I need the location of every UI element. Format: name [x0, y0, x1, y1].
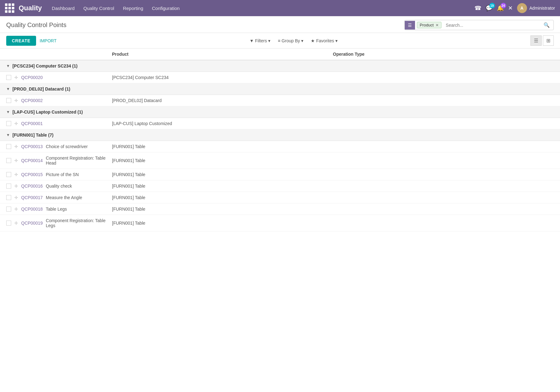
group-label-0: [PCSC234] Computer SC234 (1)	[12, 63, 77, 68]
group-row-0[interactable]: ▼ [PCSC234] Computer SC234 (1)	[0, 60, 560, 72]
search-tag-product: Product ✕	[417, 22, 441, 28]
row-checkbox[interactable]	[6, 144, 11, 149]
row-checkbox[interactable]	[6, 184, 11, 189]
drag-handle-icon[interactable]: ✛	[14, 195, 18, 200]
group-row-2[interactable]: ▼ [LAP-CUS] Laptop Customized (1)	[0, 106, 560, 118]
table-row[interactable]: ✛ QCP00016 Quality check [FURN001] Table	[0, 180, 560, 192]
group-arrow-1: ▼	[6, 87, 10, 91]
drag-handle-icon[interactable]: ✛	[14, 221, 18, 226]
row-checkbox[interactable]	[6, 98, 11, 103]
row-checkbox[interactable]	[6, 207, 11, 212]
row-checkbox[interactable]	[6, 75, 11, 80]
favorites-chevron-icon: ▾	[335, 38, 338, 43]
row-name: Picture of the SN	[46, 172, 79, 177]
create-button[interactable]: CREATE	[6, 36, 36, 46]
table-row[interactable]: ✛ QCP00001 [LAP-CUS] Laptop Customized	[0, 118, 560, 129]
user-avatar[interactable]: A Administrator	[517, 3, 555, 13]
row-id: QCP00014	[21, 158, 43, 163]
drag-handle-icon[interactable]: ✛	[14, 98, 18, 103]
row-id: QCP00015	[21, 172, 43, 177]
kanban-view-button[interactable]: ⊞	[543, 35, 554, 46]
search-filter-icon[interactable]: ☰	[405, 21, 415, 30]
nav-reporting[interactable]: Reporting	[123, 6, 143, 11]
phone-icon-button[interactable]: ☎	[474, 5, 481, 12]
table-container: Product Operation Type ▼ [PCSC234] Compu…	[0, 49, 560, 231]
table-row[interactable]: ✛ QCP00015 Picture of the SN [FURN001] T…	[0, 169, 560, 180]
group-arrow-3: ▼	[6, 133, 10, 137]
row-id: QCP00001	[21, 121, 43, 126]
drag-handle-icon[interactable]: ✛	[14, 207, 18, 212]
nav-links: Dashboard Quality Control Reporting Conf…	[52, 6, 474, 11]
row-product: [FURN001] Table	[112, 144, 333, 149]
filters-button[interactable]: ▼ Filters ▾	[246, 37, 273, 45]
table-row[interactable]: ✛ QCP00018 Table Legs [FURN001] Table	[0, 203, 560, 215]
row-name: Measure the Angle	[46, 195, 82, 200]
row-product: [FURN001] Table	[112, 221, 333, 226]
row-id: QCP00020	[21, 75, 43, 80]
row-checkbox[interactable]	[6, 172, 11, 177]
row-product: [FURN001] Table	[112, 207, 333, 212]
filters-chevron-icon: ▾	[268, 38, 270, 43]
row-id: QCP00013	[21, 144, 43, 149]
search-go-button[interactable]: 🔍	[540, 20, 553, 30]
row-name: Quality check	[46, 184, 72, 189]
row-checkbox[interactable]	[6, 195, 11, 200]
drag-handle-icon[interactable]: ✛	[14, 144, 18, 149]
row-id: QCP00019	[21, 221, 43, 226]
row-product: [LAP-CUS] Laptop Customized	[112, 121, 333, 126]
col-header-op-type: Operation Type	[333, 52, 554, 57]
nav-dashboard[interactable]: Dashboard	[52, 6, 75, 11]
chat1-badge: 19	[489, 3, 495, 8]
drag-handle-icon[interactable]: ✛	[14, 75, 18, 80]
row-checkbox[interactable]	[6, 221, 11, 226]
group3-rows: ✛ QCP00013 Choice of screwdriver [FURN00…	[0, 141, 560, 231]
favorites-button[interactable]: ★ Favorites ▾	[308, 37, 341, 45]
import-button[interactable]: IMPORT	[40, 38, 57, 43]
list-view-button[interactable]: ☰	[530, 35, 542, 46]
group-label-2: [LAP-CUS] Laptop Customized (1)	[12, 110, 83, 114]
table-row[interactable]: ✛ QCP00019 Component Registration: Table…	[0, 215, 560, 231]
table-row[interactable]: ✛ QCP00017 Measure the Angle [FURN001] T…	[0, 192, 560, 203]
drag-handle-icon[interactable]: ✛	[14, 184, 18, 189]
close-icon-button[interactable]: ✕	[508, 5, 513, 12]
row-id: QCP00016	[21, 184, 43, 189]
group-label-1: [PROD_DEL02] Datacard (1)	[12, 86, 70, 91]
table-row[interactable]: ✛ QCP00014 Component Registration: Table…	[0, 152, 560, 169]
col-header-id	[6, 52, 112, 57]
row-id: QCP00017	[21, 195, 43, 200]
row-product: [PCSC234] Computer SC234	[112, 75, 333, 80]
nav-configuration[interactable]: Configuration	[152, 6, 180, 11]
table-row[interactable]: ✛ QCP00013 Choice of screwdriver [FURN00…	[0, 141, 560, 152]
chat2-badge: 24	[501, 3, 506, 8]
chat2-icon-button[interactable]: 🔔 24	[497, 5, 504, 12]
groupby-chevron-icon: ▾	[301, 38, 303, 43]
table-row[interactable]: ✛ QCP00002 [PROD_DEL02] Datacard	[0, 95, 560, 106]
col-header-product: Product	[112, 52, 333, 57]
group-row-3[interactable]: ▼ [FURN001] Table (7)	[0, 129, 560, 141]
row-product: [FURN001] Table	[112, 172, 333, 177]
search-input[interactable]	[443, 21, 540, 30]
row-product: [FURN001] Table	[112, 158, 333, 163]
toolbar-left: CREATE IMPORT	[6, 36, 57, 46]
row-checkbox[interactable]	[6, 121, 11, 126]
drag-handle-icon[interactable]: ✛	[14, 121, 18, 126]
app-grid-icon[interactable]	[5, 3, 14, 13]
drag-handle-icon[interactable]: ✛	[14, 158, 18, 163]
nav-actions: ☎ 💬 19 🔔 24 ✕ A Administrator	[474, 3, 555, 13]
group-row-1[interactable]: ▼ [PROD_DEL02] Datacard (1)	[0, 83, 560, 95]
group-arrow-0: ▼	[6, 64, 10, 68]
avatar-image: A	[517, 3, 527, 13]
chat1-icon-button[interactable]: 💬 19	[486, 5, 492, 12]
drag-handle-icon[interactable]: ✛	[14, 172, 18, 177]
row-checkbox[interactable]	[6, 158, 11, 163]
top-navigation: Quality Dashboard Quality Control Report…	[0, 0, 560, 16]
table-row[interactable]: ✛ QCP00020 [PCSC234] Computer SC234	[0, 72, 560, 83]
nav-quality-control[interactable]: Quality Control	[83, 6, 114, 11]
app-logo[interactable]: Quality	[19, 4, 42, 12]
search-tag-close-icon[interactable]: ✕	[436, 23, 439, 27]
groupby-button[interactable]: ≡ Group By ▾	[275, 37, 306, 45]
row-id: QCP00018	[21, 207, 43, 212]
row-product: [FURN001] Table	[112, 184, 333, 189]
search-bar: ☰ Product ✕ 🔍	[404, 20, 554, 30]
group-label-3: [FURN001] Table (7)	[12, 133, 54, 138]
